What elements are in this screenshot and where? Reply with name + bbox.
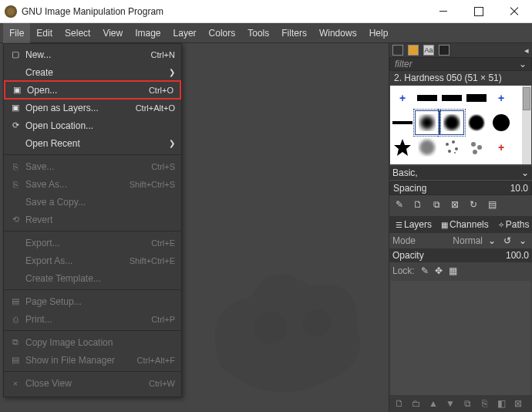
svg-point-17 bbox=[471, 142, 476, 147]
new-brush-icon[interactable]: 🗋 bbox=[411, 198, 425, 211]
layer-opacity-field[interactable]: Opacity 100.0 bbox=[389, 248, 532, 262]
chevron-down-icon: ⌄ bbox=[521, 167, 529, 178]
menu-item-label: Copy Image Location bbox=[25, 337, 175, 348]
layer-group-icon[interactable]: 🗀 bbox=[409, 398, 423, 409]
menu-separator bbox=[4, 330, 181, 331]
menu-view[interactable]: View bbox=[96, 23, 129, 43]
spacing-label: Spacing bbox=[393, 183, 426, 194]
svg-point-6 bbox=[420, 116, 434, 130]
menu-item-icon: × bbox=[8, 379, 22, 388]
menu-item-shortcut: Ctrl+O bbox=[149, 86, 173, 95]
menu-item-open-as-layers[interactable]: ▣Open as Layers...Ctrl+Alt+O bbox=[4, 99, 181, 117]
new-layer-icon[interactable]: 🗋 bbox=[392, 398, 406, 409]
menu-item-close-view: ×Close ViewCtrl+W bbox=[4, 374, 181, 392]
app-logo-icon bbox=[5, 5, 17, 18]
menu-item-shortcut: Ctrl+W bbox=[149, 379, 175, 388]
menu-separator bbox=[4, 289, 181, 290]
brushes-tab-icon[interactable] bbox=[408, 45, 419, 56]
menu-item-open-recent[interactable]: Open Recent❯ bbox=[4, 134, 181, 152]
lock-paint-icon[interactable]: ✎ bbox=[421, 265, 429, 276]
menu-item-label: Create Template... bbox=[25, 273, 175, 284]
svg-point-15 bbox=[448, 150, 451, 153]
dock-menu-icon[interactable]: ◂ bbox=[524, 46, 529, 56]
window-title: GNU Image Manipulation Program bbox=[22, 6, 426, 17]
brush-spacing-field[interactable]: Spacing 10.0 bbox=[389, 181, 532, 195]
brush-filter-input[interactable]: filter ⌄ bbox=[389, 57, 532, 71]
window-close-button[interactable] bbox=[497, 0, 532, 23]
window-minimize-button[interactable] bbox=[426, 0, 461, 23]
mode-dropdown-icon[interactable]: ⌄ bbox=[486, 235, 498, 246]
menu-windows[interactable]: Windows bbox=[313, 23, 363, 43]
dock-tabstrip-top: Aa ◂ bbox=[389, 43, 532, 57]
menu-item-new[interactable]: ▢New...Ctrl+N bbox=[4, 46, 181, 63]
preset-label: Basic, bbox=[392, 167, 418, 178]
menu-item-open[interactable]: ▣Open...Ctrl+O bbox=[4, 80, 181, 100]
svg-point-16 bbox=[454, 152, 456, 154]
lock-label: Lock: bbox=[392, 265, 415, 276]
menu-edit[interactable]: Edit bbox=[30, 23, 59, 43]
channels-icon: ▦ bbox=[441, 221, 448, 229]
lock-move-icon[interactable]: ✥ bbox=[435, 265, 443, 276]
menu-item-icon: ⎙ bbox=[8, 315, 22, 324]
open-as-image-icon[interactable]: ▤ bbox=[485, 198, 499, 211]
fonts-tab-icon[interactable]: Aa bbox=[423, 45, 434, 56]
menu-tools[interactable]: Tools bbox=[241, 23, 275, 43]
brush-action-row: ✎ 🗋 ⧉ ⊠ ↻ ▤ bbox=[389, 196, 532, 213]
menu-colors[interactable]: Colors bbox=[203, 23, 242, 43]
chevron-down-icon[interactable]: ⌄ bbox=[517, 235, 529, 246]
menu-file[interactable]: File bbox=[3, 23, 30, 43]
menu-help[interactable]: Help bbox=[363, 23, 395, 43]
lock-alpha-icon[interactable]: ▦ bbox=[449, 265, 457, 276]
svg-point-7 bbox=[444, 115, 460, 130]
opacity-value: 100.0 bbox=[506, 250, 529, 261]
merge-layer-icon[interactable]: ⎘ bbox=[477, 398, 491, 409]
layer-lock-row: Lock: ✎ ✥ ▦ bbox=[389, 262, 532, 279]
delete-brush-icon[interactable]: ⊠ bbox=[448, 198, 462, 211]
tab-channels[interactable]: ▦Channels bbox=[438, 219, 492, 230]
brush-scrollbar[interactable] bbox=[522, 86, 531, 164]
svg-point-14 bbox=[455, 147, 458, 150]
patterns-tab-icon[interactable] bbox=[439, 45, 450, 56]
brush-preset-dropdown[interactable]: Basic, ⌄ bbox=[389, 166, 532, 180]
file-menu-dropdown: ▢New...Ctrl+NCreate❯▣Open...Ctrl+O▣Open … bbox=[3, 43, 182, 397]
delete-layer-icon[interactable]: ⊠ bbox=[511, 398, 525, 409]
svg-rect-5 bbox=[392, 121, 412, 124]
svg-point-19 bbox=[473, 150, 477, 154]
menu-item-label: Open as Layers... bbox=[25, 103, 136, 113]
svg-marker-10 bbox=[394, 139, 411, 156]
duplicate-brush-icon[interactable]: ⧉ bbox=[429, 198, 443, 211]
menu-item-icon: ▢ bbox=[8, 49, 22, 59]
edit-brush-icon[interactable]: ✎ bbox=[392, 198, 406, 211]
menu-item-label: Save a Copy... bbox=[25, 197, 175, 208]
lower-layer-icon[interactable]: ▼ bbox=[443, 398, 457, 409]
menu-item-icon: ⧉ bbox=[8, 337, 22, 347]
raise-layer-icon[interactable]: ▲ bbox=[426, 398, 440, 409]
tool-options-tab-icon[interactable] bbox=[392, 45, 403, 56]
filter-dropdown-icon[interactable]: ⌄ bbox=[519, 59, 527, 69]
menu-item-label: Open... bbox=[27, 85, 149, 96]
menu-item-create[interactable]: Create❯ bbox=[4, 63, 181, 81]
menu-item-shortcut: Ctrl+E bbox=[151, 238, 175, 248]
window-maximize-button[interactable] bbox=[461, 0, 497, 23]
layer-list[interactable] bbox=[391, 281, 530, 395]
menu-filters[interactable]: Filters bbox=[275, 23, 313, 43]
tab-layers[interactable]: ☰Layers bbox=[392, 219, 435, 230]
duplicate-layer-icon[interactable]: ⧉ bbox=[460, 398, 474, 409]
menu-item-label: Export... bbox=[25, 238, 151, 248]
menu-select[interactable]: Select bbox=[59, 23, 96, 43]
menu-item-label: Open Location... bbox=[25, 120, 175, 131]
svg-point-18 bbox=[477, 145, 482, 150]
menu-image[interactable]: Image bbox=[129, 23, 167, 43]
selected-brush-label: 2. Hardness 050 (51 × 51) bbox=[389, 71, 532, 85]
brush-grid[interactable]: + + + bbox=[390, 86, 531, 164]
paths-icon: ✧ bbox=[498, 221, 504, 229]
mask-layer-icon[interactable]: ◧ bbox=[494, 398, 508, 409]
mode-switch-icon[interactable]: ↺ bbox=[501, 235, 513, 246]
spacing-value: 10.0 bbox=[510, 183, 528, 194]
menu-item-open-location[interactable]: ⟳Open Location... bbox=[4, 117, 181, 134]
refresh-brush-icon[interactable]: ↻ bbox=[466, 198, 480, 211]
menu-separator bbox=[4, 371, 181, 372]
tab-paths[interactable]: ✧Paths bbox=[495, 219, 532, 230]
menu-item-page-setup: ▤Page Setup... bbox=[4, 292, 181, 310]
menu-layer[interactable]: Layer bbox=[167, 23, 203, 43]
